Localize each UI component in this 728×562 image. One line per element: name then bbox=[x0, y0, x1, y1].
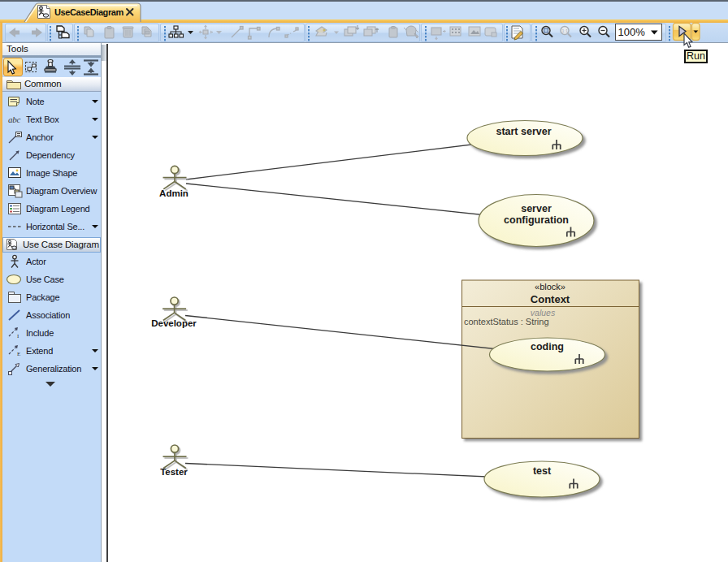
svg-text:server: server bbox=[521, 203, 552, 214]
svg-text:Tester: Tester bbox=[160, 467, 188, 477]
svg-text:configuration: configuration bbox=[504, 214, 569, 226]
svg-text:start server: start server bbox=[496, 126, 551, 137]
svg-text:coding: coding bbox=[531, 341, 564, 352]
svg-text:contextStatus : String: contextStatus : String bbox=[464, 317, 549, 326]
svg-text:«block»: «block» bbox=[535, 282, 566, 292]
svg-text:Context: Context bbox=[531, 293, 570, 305]
svg-text:Admin: Admin bbox=[159, 188, 188, 198]
svg-text:Developer: Developer bbox=[151, 318, 197, 328]
svg-text:test: test bbox=[533, 465, 552, 477]
